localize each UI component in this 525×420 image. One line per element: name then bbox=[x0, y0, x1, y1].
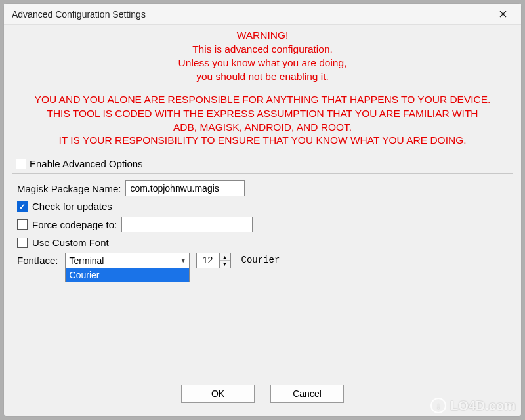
fontsize-spinner: 12 ▲ ▼ bbox=[196, 253, 231, 268]
force-codepage-row: Force codepage to: bbox=[17, 217, 513, 232]
font-preview-name: Courier bbox=[242, 255, 280, 265]
magisk-row: Magisk Package Name: bbox=[17, 180, 513, 196]
ok-button[interactable]: OK bbox=[181, 385, 255, 403]
watermark: ↓ LO4D.com bbox=[430, 398, 516, 413]
titlebar: Advanced Configuration Settings bbox=[4, 4, 521, 25]
check-updates-row: Check for updates bbox=[17, 201, 513, 212]
form-area: Magisk Package Name: Check for updates F… bbox=[12, 180, 513, 268]
check-updates-checkbox[interactable] bbox=[17, 201, 28, 212]
fontface-option-courier[interactable]: Courier bbox=[66, 268, 189, 282]
download-icon: ↓ bbox=[430, 398, 446, 413]
enable-advanced-checkbox[interactable] bbox=[16, 159, 26, 169]
warning-line: This is advanced configuration. bbox=[12, 43, 513, 56]
spinner-up[interactable]: ▲ bbox=[220, 253, 230, 261]
spinner-buttons: ▲ ▼ bbox=[220, 253, 231, 268]
separator bbox=[12, 173, 513, 174]
warning-line: ADB, MAGISK, ANDROID, AND ROOT. bbox=[12, 121, 513, 135]
warning-line: IT IS YOUR RESPONSIBILITY TO ENSURE THAT… bbox=[12, 134, 513, 148]
fontface-dropdown[interactable]: Terminal ▼ Courier bbox=[65, 253, 190, 268]
warning-line: YOU AND YOU ALONE ARE RESPONSIBLE FOR AN… bbox=[12, 93, 513, 107]
watermark-text: LO4D.com bbox=[450, 398, 516, 413]
warning-block: WARNING! This is advanced configuration.… bbox=[12, 29, 513, 84]
enable-advanced-label: Enable Advanced Options bbox=[30, 158, 143, 169]
magisk-package-input[interactable] bbox=[125, 180, 245, 196]
force-codepage-label: Force codepage to: bbox=[32, 219, 117, 230]
warning-line: Unless you know what you are doing, bbox=[12, 56, 513, 70]
custom-font-label: Use Custom Font bbox=[32, 237, 109, 248]
close-button[interactable] bbox=[490, 6, 516, 23]
warning-block-strong: YOU AND YOU ALONE ARE RESPONSIBLE FOR AN… bbox=[12, 93, 513, 148]
fontface-field[interactable]: Terminal ▼ bbox=[65, 253, 190, 268]
force-codepage-checkbox[interactable] bbox=[17, 219, 28, 230]
custom-font-checkbox[interactable] bbox=[17, 238, 28, 248]
dialog-window: Advanced Configuration Settings WARNING!… bbox=[3, 3, 522, 417]
check-updates-label: Check for updates bbox=[32, 201, 112, 212]
force-codepage-input[interactable] bbox=[121, 217, 253, 232]
dialog-content: WARNING! This is advanced configuration.… bbox=[4, 25, 521, 416]
warning-line: you should not be enabling it. bbox=[12, 70, 513, 84]
enable-advanced-row: Enable Advanced Options bbox=[16, 158, 513, 169]
magisk-label: Magisk Package Name: bbox=[17, 183, 121, 194]
custom-font-row: Use Custom Font bbox=[17, 237, 513, 248]
cancel-button[interactable]: Cancel bbox=[270, 385, 344, 403]
warning-line: THIS TOOL IS CODED WITH THE EXPRESS ASSU… bbox=[12, 107, 513, 121]
close-icon bbox=[499, 10, 507, 18]
window-title: Advanced Configuration Settings bbox=[12, 9, 146, 20]
fontface-list: Courier bbox=[65, 268, 190, 282]
spinner-down[interactable]: ▼ bbox=[220, 261, 230, 268]
fontface-selected: Terminal bbox=[70, 255, 104, 266]
fontface-row: Fontface: Terminal ▼ Courier 12 ▲ ▼ bbox=[17, 253, 513, 268]
fontsize-value[interactable]: 12 bbox=[196, 253, 220, 268]
fontface-label: Fontface: bbox=[17, 253, 58, 266]
warning-line: WARNING! bbox=[12, 29, 513, 43]
chevron-down-icon: ▼ bbox=[180, 257, 186, 264]
